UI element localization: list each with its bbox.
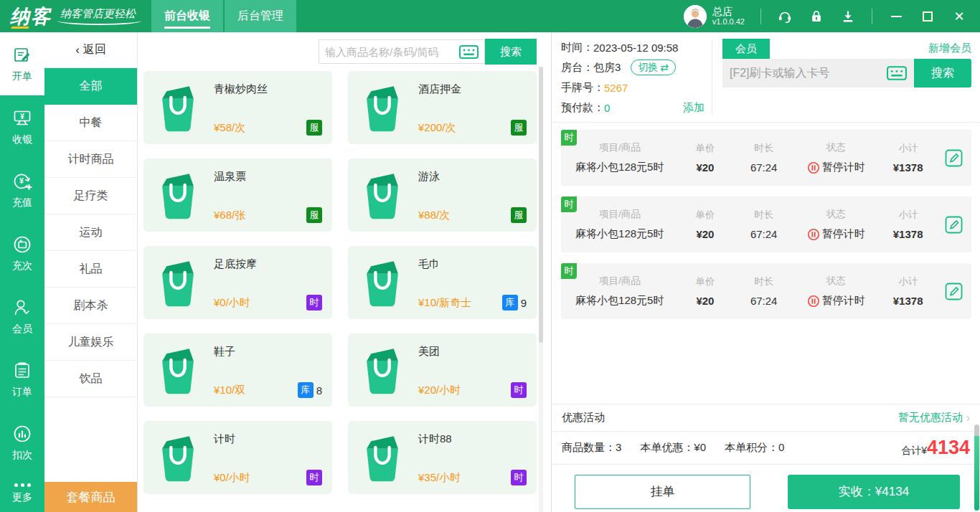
main-area: 开单 ¥ 收银 ¥ 充值 [0, 32, 980, 512]
nav-item-recharge-times[interactable]: 充次 [0, 222, 44, 285]
stock-badge: 库 [298, 382, 314, 398]
nav-item-member[interactable]: 会员 [0, 285, 44, 348]
back-chevron-icon: ‹ [75, 43, 80, 57]
keyboard-icon[interactable] [887, 66, 907, 80]
tab-back-manage[interactable]: 后台管理 [225, 0, 296, 32]
panel-scrollbar-thumb[interactable] [974, 436, 979, 511]
order-item-price: ¥20 [696, 161, 714, 174]
product-scrollbar[interactable] [539, 67, 543, 512]
product-info: 毛巾 ¥10/新奇士 库 9 [418, 246, 527, 319]
product-card[interactable]: 酒店押金 ¥200/次 服 [348, 71, 537, 144]
product-card[interactable]: 足底按摩 ¥0/小时 时 [143, 246, 332, 319]
nav-label: 收银 [12, 133, 32, 146]
category-item[interactable]: 计时商品 [44, 141, 137, 178]
product-info: 计时 ¥0/小时 时 [214, 421, 322, 494]
order-item-duration: 67:24 [750, 228, 778, 240]
edit-order-item-button[interactable] [940, 148, 967, 168]
back-label: 返回 [83, 42, 106, 57]
panel-scrollbar[interactable] [974, 425, 979, 511]
recharge-times-icon [12, 234, 32, 255]
product-search-row: 搜索 [143, 32, 537, 71]
nav-item-more[interactable]: 更多 [0, 475, 44, 512]
category-item[interactable]: 剧本杀 [44, 288, 137, 324]
order-item-row[interactable]: 时 项目/商品 麻将小包128元5时 单价 ¥20 时长 67:24 状态 [561, 263, 971, 319]
points-value: 0 [778, 441, 784, 453]
tab-front-cashier[interactable]: 前台收银 [151, 0, 223, 32]
product-card[interactable]: 毛巾 ¥10/新奇士 库 9 [348, 246, 537, 319]
keyboard-icon[interactable] [459, 45, 479, 59]
checkout-button[interactable]: 实收：¥4134 [788, 475, 960, 509]
product-card[interactable]: 计时 ¥0/小时 时 [143, 421, 332, 494]
product-search-button[interactable]: 搜索 [485, 39, 537, 65]
product-area: 搜索 青椒炒肉丝 ¥58/次 [138, 32, 551, 512]
discount-value: ¥0 [694, 441, 706, 453]
category-item[interactable]: 饮品 [44, 361, 137, 397]
edit-order-item-button[interactable] [940, 215, 967, 234]
product-scrollbar-thumb[interactable] [539, 67, 543, 343]
order-item-row[interactable]: 时 项目/商品 麻将小包128元5时 单价 ¥20 时长 67:24 状态 [561, 130, 971, 186]
product-search-input[interactable] [325, 46, 459, 58]
topbar-divider [872, 9, 872, 24]
product-info: 青椒炒肉丝 ¥58/次 服 [214, 71, 322, 144]
nav-item-cashier[interactable]: ¥ 收银 [0, 95, 44, 158]
room-line: 房台： 包房3 切换 ⇄ [561, 59, 705, 76]
product-info: 鞋子 ¥10/双 库 8 [214, 333, 322, 407]
member-icon [12, 298, 32, 318]
nav-item-recharge[interactable]: ¥ 充值 [0, 158, 44, 222]
download-icon[interactable] [840, 9, 856, 24]
add-prepay-link[interactable]: 添加 [683, 101, 705, 115]
product-name: 温泉票 [214, 170, 322, 184]
user-info[interactable]: 总店 v1.0.0.42 [684, 5, 745, 28]
edit-pencil-icon [944, 148, 963, 168]
hold-order-button[interactable]: 挂单 [575, 475, 750, 509]
order-item-row[interactable]: 时 项目/商品 麻将小包128元5时 单价 ¥20 时长 67:24 状态 [561, 196, 971, 252]
column-header-item: 项目/商品 [599, 141, 641, 154]
product-price: ¥88/次 [418, 209, 450, 222]
nav-item-deduct-times[interactable]: 扣次 [0, 411, 44, 474]
member-search-button[interactable]: 搜索 [914, 59, 971, 87]
new-member-link[interactable]: 新增会员 [928, 42, 971, 59]
nav-label: 充值 [12, 196, 32, 209]
switch-room-button[interactable]: 切换 ⇄ [631, 60, 676, 75]
user-meta: 总店 v1.0.0.42 [712, 6, 745, 27]
back-button[interactable]: ‹ 返回 [44, 32, 137, 68]
lock-icon[interactable] [809, 9, 824, 24]
customer-service-icon[interactable] [777, 9, 793, 24]
member-tab[interactable]: 会员 [722, 39, 770, 59]
deduct-times-icon [12, 424, 32, 444]
product-card[interactable]: 计时88 ¥35/小时 时 [348, 421, 537, 494]
close-button[interactable]: ✕ [951, 9, 967, 24]
category-item[interactable]: 儿童娱乐 [44, 324, 137, 361]
product-card[interactable]: 青椒炒肉丝 ¥58/次 服 [143, 71, 332, 144]
product-name: 酒店押金 [418, 82, 527, 96]
prepay-value: 0 [604, 102, 610, 114]
category-item[interactable]: 足疗类 [44, 178, 137, 214]
product-price: ¥68/张 [214, 209, 245, 222]
panel-scrollbar-track[interactable] [974, 425, 979, 436]
nav-label: 订单 [12, 386, 32, 399]
category-item[interactable]: 运动 [44, 214, 137, 251]
edit-order-item-button[interactable] [940, 282, 967, 301]
promo-link[interactable]: 暂无优惠活动 › [898, 411, 970, 425]
nav-item-orders[interactable]: 订单 [0, 348, 44, 411]
maximize-button[interactable] [920, 9, 936, 24]
card-line: 手牌号： 5267 [561, 79, 705, 96]
product-price: ¥200/次 [418, 121, 456, 135]
package-products-button[interactable]: 套餐商品 [44, 482, 137, 512]
product-card[interactable]: 美团 ¥20/小时 时 [348, 333, 537, 407]
quantity-value: 3 [616, 441, 621, 453]
product-card[interactable]: 游泳 ¥88/次 服 [348, 158, 537, 232]
category-item[interactable]: 中餐 [44, 105, 137, 141]
member-card-input[interactable] [730, 67, 887, 80]
category-item-all[interactable]: 全部 [44, 68, 137, 105]
brand-logo: 纳客 [10, 4, 52, 29]
product-card[interactable]: 温泉票 ¥68/张 服 [143, 158, 332, 232]
total-label: 合计¥ [901, 445, 927, 458]
product-card[interactable]: 鞋子 ¥10/双 库 8 [143, 333, 332, 407]
info-divider [712, 40, 712, 115]
category-item[interactable]: 礼品 [44, 251, 137, 288]
minimize-button[interactable] [888, 9, 904, 24]
column-header-price: 单价 [695, 142, 715, 155]
shopping-bag-icon [152, 343, 204, 397]
nav-item-open-order[interactable]: 开单 [0, 32, 44, 95]
